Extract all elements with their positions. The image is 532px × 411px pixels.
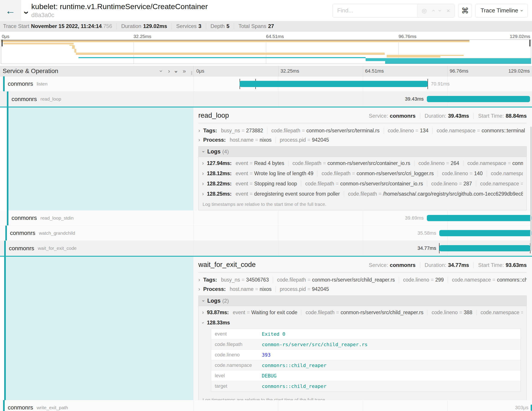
span-row-write-exit-path[interactable]: conmonrs write_exit_path 303μs	[0, 400, 532, 411]
log-entry[interactable]: ›128.22ms:event=Stopping read loopcode.f…	[202, 178, 523, 189]
equals-sign: =	[470, 171, 473, 176]
log-entry[interactable]: ›128.33ms	[202, 318, 523, 328]
back-button[interactable]: ←	[0, 0, 21, 21]
tag-key: code.filepath	[271, 128, 300, 133]
tag-item[interactable]: host.name=nixos	[229, 286, 276, 292]
tag-item[interactable]: code.namespace=conmon…	[476, 181, 523, 187]
expand-all-icon[interactable]: »	[183, 68, 186, 74]
tag-item[interactable]: process.pid=942045	[276, 286, 333, 292]
tag-value: conmon-rs/server/src/container_io.rs	[327, 160, 410, 166]
tag-key: event	[236, 160, 248, 166]
tags-row[interactable]: › Tags: busy_ns=34506763code.filepath=co…	[198, 275, 527, 284]
log-entry[interactable]: ›128.25ms:event=deregistering event sour…	[202, 189, 523, 199]
view-selector-button[interactable]: Trace Timeline ›	[475, 4, 528, 18]
span-bar[interactable]	[240, 81, 428, 87]
tag-value: Waiting for exit code	[251, 310, 297, 315]
tag-item[interactable]: code.filepath=conmon-rs/server/src/child…	[301, 310, 427, 315]
tag-item[interactable]: code.namespace=conmonrs::child_reap…	[448, 277, 527, 283]
find-input[interactable]	[333, 4, 417, 17]
collapse-all-icon[interactable]: ››	[173, 70, 179, 71]
minimap-canvas[interactable]	[1, 39, 531, 64]
span-row-wait-for-exit-code[interactable]: conmonrs wait_for_exit_code 34.77ms	[0, 241, 532, 257]
tag-item[interactable]: code.lineno=264	[414, 160, 463, 166]
span-row-watch-grandchild[interactable]: conmonrs watch_grandchild 35.58ms	[0, 225, 532, 241]
process-row[interactable]: › Process: host.name=nixosprocess.pid=94…	[198, 285, 527, 293]
ruler-tick-label: 0μs	[196, 68, 204, 74]
prev-match-icon[interactable]: ›	[430, 10, 436, 11]
find-group: ◎ › › ×	[332, 4, 455, 18]
span-bar[interactable]	[439, 230, 532, 236]
keyboard-shortcuts-button[interactable]: ⌘	[458, 4, 472, 18]
tag-key: code.filepath	[292, 160, 321, 166]
collapse-title-chevron-icon[interactable]: ›	[21, 11, 32, 14]
tag-value: 140	[474, 171, 483, 176]
tag-item[interactable]: code.filepath=conmon-rs/server/src/child…	[273, 277, 399, 283]
span-row-read-loop-stdin[interactable]: conmonrs read_loop_stdin 39.69ms	[0, 210, 532, 225]
tag-item[interactable]: code.namespace=co…	[486, 171, 523, 176]
tag-item[interactable]: event=Wrote log line of length 49	[235, 171, 317, 176]
tag-item[interactable]: code.filepath=/home/sascha/.cargo/regist…	[344, 191, 523, 197]
process-row[interactable]: › Process: host.name=nixosprocess.pid=94…	[198, 136, 527, 144]
tag-value: conmonrs::child_reap…	[497, 277, 527, 283]
column-resize-grip[interactable]: ∥	[190, 70, 193, 75]
clear-find-icon[interactable]: ×	[446, 8, 450, 14]
match-case-target-icon[interactable]: ◎	[422, 8, 427, 14]
log-entry[interactable]: ›128.12ms:event=Wrote log line of length…	[202, 168, 523, 178]
minimap-drag-handle[interactable]	[529, 40, 531, 46]
tag-value: Read 4 bytes	[254, 160, 285, 166]
tag-item[interactable]: event=Stopping read loop	[235, 181, 301, 187]
tag-item[interactable]: code.lineno=388	[427, 310, 476, 315]
tag-item[interactable]: busy_ns=273882	[220, 128, 267, 134]
vertical-scrollbar-thumb[interactable]	[530, 127, 532, 251]
tag-item[interactable]: code.lineno=299	[399, 277, 448, 283]
expand-one-icon[interactable]: ›	[168, 68, 170, 74]
tag-item[interactable]: code.namespace=conmonrs::terminal	[432, 128, 527, 134]
chevron-right-icon: ›	[198, 277, 200, 283]
log-field-row: code.namespaceconmonrs::child_reaper	[211, 360, 521, 371]
log-timestamp: 93.87ms:	[207, 310, 229, 315]
tag-item[interactable]: code.namespace=conmonrs::co…	[463, 160, 523, 166]
equals-sign: =	[323, 160, 326, 166]
next-match-icon[interactable]: ›	[437, 10, 443, 11]
tag-item[interactable]: event=Waiting for exit code	[232, 310, 301, 315]
tag-item[interactable]: code.namespace=conmon…	[476, 310, 523, 315]
tag-item[interactable]: process.pid=942045	[276, 137, 333, 143]
minimap-drag-handle[interactable]	[1, 40, 3, 46]
tag-value: nixos	[260, 286, 272, 292]
tag-item[interactable]: code.filepath=conmon-rs/server/src/conta…	[301, 181, 427, 187]
minimap-span-bar	[366, 58, 531, 61]
tag-item[interactable]: code.filepath=conmon-rs/server/src/cri_l…	[317, 171, 438, 176]
tag-item[interactable]: code.lineno=134	[384, 128, 432, 134]
tag-value: 287	[464, 181, 472, 186]
logs-header[interactable]: › Logs (4)	[199, 147, 526, 157]
log-entry[interactable]: ›93.87ms:event=Waiting for exit codecode…	[202, 307, 523, 318]
tags-row[interactable]: › Tags: busy_ns=273882code.filepath=conm…	[198, 126, 527, 135]
tag-item[interactable]: event=Read 4 bytes	[235, 160, 288, 166]
logs-header[interactable]: › Logs (2)	[199, 296, 526, 306]
span-bar[interactable]	[531, 405, 532, 411]
tag-item[interactable]: busy_ns=34506763	[220, 277, 273, 283]
equals-sign: =	[336, 310, 339, 315]
service-color-indicator	[3, 76, 5, 91]
service-name: conmonrs	[11, 215, 37, 221]
log-entry[interactable]: ›127.94ms:event=Read 4 bytescode.filepat…	[202, 158, 523, 168]
span-bar[interactable]	[427, 96, 530, 102]
tag-item[interactable]: code.lineno=140	[438, 171, 486, 176]
tag-key: code.filepath	[348, 191, 377, 197]
tag-item[interactable]: code.lineno=287	[427, 181, 476, 187]
span-row-listen[interactable]: conmonrs listen 70.91ms	[0, 76, 532, 91]
tag-key: event	[233, 310, 245, 315]
span-bar[interactable]	[427, 215, 532, 221]
span-bar[interactable]	[439, 245, 530, 251]
logs-label: Logs	[207, 298, 220, 304]
tag-item[interactable]: code.filepath=conmon-rs/server/src/termi…	[267, 128, 384, 134]
tag-item[interactable]: event=deregistering event source from po…	[235, 191, 344, 197]
collapse-one-icon[interactable]: ›	[158, 70, 164, 72]
tag-item[interactable]: host.name=nixos	[229, 137, 276, 143]
logs-footnote: Log timestamps are relative to the start…	[199, 200, 526, 210]
trace-id: d8a3a0c	[31, 12, 208, 19]
tag-item[interactable]: code.filepath=conmon-rs/server/src/conta…	[288, 160, 414, 166]
span-detail-read-loop: read_loop Service:conmonrs Duration:39.4…	[0, 108, 532, 210]
span-row-read-loop[interactable]: conmonrs read_loop 39.43ms	[0, 91, 532, 108]
minimap-gridline	[266, 40, 266, 64]
